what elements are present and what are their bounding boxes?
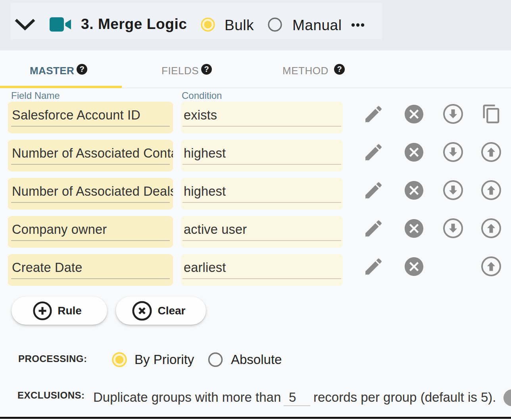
exclusions-text-before: Duplicate groups with more than (93, 390, 281, 405)
condition-input[interactable]: highest (181, 140, 343, 171)
remove-icon[interactable] (405, 181, 423, 200)
manual-radio-label[interactable]: Manual (292, 17, 342, 33)
section-header: 3. Merge Logic Bulk Manual (0, 0, 511, 50)
bulk-radio-label[interactable]: Bulk (225, 17, 254, 33)
edit-icon[interactable] (365, 144, 382, 161)
manual-radio[interactable] (268, 17, 282, 32)
add-rule-button[interactable]: Rule (12, 297, 107, 325)
input-underline (11, 164, 170, 165)
input-underline (182, 278, 341, 279)
rule-row: Create Date earliest (0, 254, 511, 286)
rule-row: Company owner active user (0, 216, 511, 248)
absolute-radio[interactable] (208, 352, 223, 367)
move-down-icon[interactable] (443, 104, 463, 124)
copy-icon[interactable] (482, 104, 501, 123)
condition-value: exists (184, 108, 217, 123)
rule-row: Salesforce Account ID exists (0, 102, 511, 133)
add-rule-label: Rule (58, 304, 82, 317)
field-name-value: Salesforce Account ID (12, 108, 173, 123)
edit-icon[interactable] (365, 106, 382, 123)
input-underline (284, 405, 310, 406)
move-up-icon[interactable] (481, 180, 501, 200)
video-tutorial-icon[interactable] (50, 17, 71, 32)
edit-icon[interactable] (365, 258, 382, 275)
tab-master[interactable]: MASTER ? (0, 50, 122, 88)
exclusions-count-input[interactable]: 5 (284, 390, 310, 406)
condition-input[interactable]: exists (181, 102, 343, 133)
condition-value: highest (184, 184, 226, 199)
field-name-value: Number of Associated Deals (12, 184, 173, 199)
field-name-value: Number of Associated Contacts (12, 146, 173, 161)
method-help-icon[interactable]: ? (334, 64, 345, 75)
field-name-input[interactable]: Number of Associated Contacts (8, 140, 173, 171)
move-down-icon[interactable] (443, 218, 463, 239)
condition-input[interactable]: earliest (181, 254, 343, 286)
input-underline (11, 202, 170, 203)
condition-column-label: Condition (182, 91, 222, 101)
field-name-input[interactable]: Create Date (8, 254, 173, 286)
remove-icon[interactable] (405, 219, 423, 238)
processing-label: PROCESSING: (18, 353, 87, 364)
field-name-column-label: Field Name (11, 91, 60, 101)
field-name-input[interactable]: Company owner (8, 216, 173, 248)
absolute-label[interactable]: Absolute (231, 352, 282, 367)
condition-input[interactable]: active user (181, 216, 343, 248)
bottom-gap (0, 419, 511, 420)
field-name-input[interactable]: Salesforce Account ID (8, 102, 173, 133)
active-tab-indicator (0, 86, 122, 88)
clear-rules-button[interactable]: Clear (116, 297, 206, 325)
edit-icon[interactable] (365, 182, 382, 199)
input-underline (11, 240, 170, 241)
by-priority-label[interactable]: By Priority (134, 352, 194, 367)
input-underline (11, 278, 170, 279)
condition-value: earliest (184, 260, 226, 275)
remove-icon[interactable] (405, 143, 423, 162)
tab-bar: MASTER ? FIELDS ? METHOD ? (0, 50, 511, 88)
move-up-icon[interactable] (481, 218, 501, 239)
condition-value: highest (184, 146, 226, 161)
rule-row: Number of Associated Deals highest (0, 178, 511, 210)
edit-icon[interactable] (365, 220, 382, 237)
page-title: 3. Merge Logic (81, 15, 187, 33)
move-down-icon[interactable] (443, 180, 463, 200)
input-underline (182, 164, 341, 165)
condition-input[interactable]: highest (181, 178, 343, 210)
tab-master-label: MASTER (30, 65, 74, 77)
move-up-icon[interactable] (481, 142, 501, 162)
clear-rules-label: Clear (158, 304, 185, 317)
input-underline (182, 126, 341, 127)
tab-fields-label: FIELDS (161, 65, 199, 77)
exclusions-label: EXCLUSIONS: (17, 390, 85, 401)
exclusions-count-value: 5 (289, 390, 296, 405)
field-name-value: Create Date (12, 260, 173, 275)
input-underline (182, 240, 341, 241)
remove-icon[interactable] (405, 105, 423, 123)
bulk-radio[interactable] (201, 17, 215, 32)
more-options-icon[interactable] (350, 20, 366, 30)
tab-method[interactable]: METHOD ? (249, 50, 376, 88)
fields-help-icon[interactable]: ? (201, 64, 212, 75)
condition-value: active user (184, 222, 247, 237)
edge-help-icon[interactable] (503, 389, 511, 406)
rule-row: Number of Associated Contacts highest (0, 140, 511, 171)
tab-fields[interactable]: FIELDS ? (122, 50, 249, 88)
clear-circle-icon (132, 301, 152, 321)
input-underline (11, 126, 170, 127)
merge-logic-panel: 3. Merge Logic Bulk Manual MASTER ? FIEL… (0, 0, 511, 420)
field-name-input[interactable]: Number of Associated Deals (8, 178, 173, 210)
move-up-icon[interactable] (481, 256, 501, 277)
tab-method-label: METHOD (282, 65, 328, 77)
remove-icon[interactable] (405, 257, 423, 276)
collapse-chevron-icon[interactable] (14, 18, 36, 31)
add-circle-icon (33, 301, 52, 320)
move-down-icon[interactable] (443, 142, 463, 162)
input-underline (182, 202, 341, 203)
field-name-value: Company owner (12, 222, 173, 237)
by-priority-radio[interactable] (112, 352, 127, 367)
exclusions-text-after: records per group (default is 5). (313, 390, 496, 405)
master-help-icon[interactable]: ? (77, 64, 87, 75)
